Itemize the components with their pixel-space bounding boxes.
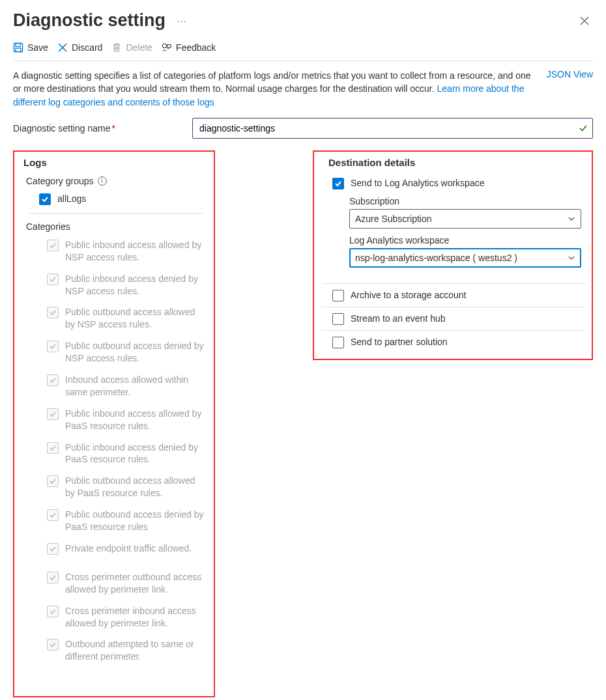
subscription-select[interactable]: Azure Subscription [349, 209, 581, 229]
category-checkbox[interactable] [47, 572, 59, 583]
alllogs-label: allLogs [57, 193, 86, 205]
category-label: Public inbound access allowed by NSP acc… [65, 239, 206, 264]
delete-icon [111, 42, 122, 53]
category-row: Public outbound access allowed by NSP ac… [17, 301, 211, 335]
discard-button[interactable]: Discard [57, 42, 102, 53]
category-label: Cross perimeter inbound access allowed b… [65, 605, 206, 630]
category-label: Public outbound access allowed by PaaS r… [65, 475, 206, 499]
required-star-icon: * [111, 123, 115, 133]
category-row: Inbound access allowed within same perim… [17, 369, 211, 403]
category-checkbox[interactable] [47, 240, 59, 251]
chevron-down-icon [568, 254, 575, 262]
category-row: Public inbound access denied by NSP acce… [17, 268, 211, 302]
info-icon[interactable]: i [98, 176, 107, 186]
destination-panel: Destination details Send to Log Analytic… [313, 150, 593, 360]
category-checkbox[interactable] [47, 374, 59, 386]
save-icon [13, 42, 23, 53]
category-checkbox[interactable] [47, 408, 59, 420]
category-checkbox[interactable] [47, 639, 59, 651]
category-label: Public outbound access denied by NSP acc… [65, 340, 206, 365]
page-title: Diagnostic setting [13, 10, 166, 31]
toolbar: Save Discard Delete Feedback [13, 37, 593, 61]
eventhub-label: Stream to an event hub [351, 313, 446, 324]
category-label: Public outbound access allowed by NSP ac… [65, 306, 206, 331]
partner-label: Send to partner solution [351, 337, 448, 347]
json-view-link[interactable]: JSON View [547, 69, 593, 79]
category-row: Cross perimeter outbound access allowed … [17, 567, 211, 600]
close-icon[interactable] [576, 14, 593, 28]
category-row: Public inbound access allowed by PaaS re… [17, 403, 211, 437]
category-checkbox[interactable] [47, 509, 59, 521]
category-checkbox[interactable] [47, 273, 59, 285]
feedback-button[interactable]: Feedback [162, 42, 216, 53]
category-row: Public outbound access denied by PaaS re… [17, 504, 211, 538]
destination-title: Destination details [322, 156, 586, 172]
law-label: Log Analytics workspace [349, 235, 581, 245]
category-row: Public outbound access denied by NSP acc… [17, 335, 211, 369]
svg-rect-2 [16, 48, 21, 52]
save-label: Save [27, 42, 48, 53]
delete-button: Delete [111, 42, 152, 53]
setting-name-label: Diagnostic setting name* [13, 123, 192, 133]
category-label: Private endpoint traffic allowed. [65, 542, 192, 555]
category-row: Private endpoint traffic allowed. [17, 538, 211, 567]
description-text: A diagnostic setting specifies a list of… [13, 69, 534, 109]
valid-check-icon [579, 124, 588, 133]
category-groups-label: Category groups i [17, 172, 211, 189]
discard-label: Discard [72, 42, 102, 53]
archive-checkbox[interactable] [332, 290, 344, 301]
law-value: nsp-log-analytics-workspace ( westus2 ) [355, 253, 517, 263]
chevron-down-icon [568, 215, 575, 223]
categories-label: Categories [17, 216, 211, 234]
ellipsis-icon[interactable]: ··· [177, 16, 187, 26]
category-label: Public inbound access denied by NSP acce… [65, 273, 206, 298]
feedback-label: Feedback [176, 42, 216, 53]
category-row: Outbound attempted to same or different … [17, 634, 211, 667]
logs-panel: Logs Category groups i allLogs Categorie… [13, 150, 215, 697]
alllogs-checkbox[interactable] [39, 193, 51, 205]
category-checkbox[interactable] [47, 442, 59, 454]
category-row: Public inbound access allowed by NSP acc… [17, 234, 211, 268]
category-checkbox[interactable] [47, 543, 59, 555]
archive-label: Archive to a storage account [351, 290, 466, 300]
save-button[interactable]: Save [13, 42, 48, 53]
category-checkbox[interactable] [47, 606, 59, 617]
send-law-checkbox[interactable] [332, 178, 344, 189]
logs-title: Logs [17, 156, 211, 172]
category-row: Public outbound access allowed by PaaS r… [17, 470, 211, 504]
category-checkbox[interactable] [47, 307, 59, 318]
category-label: Outbound attempted to same or different … [65, 638, 206, 663]
category-label: Public inbound access denied by PaaS res… [65, 441, 206, 466]
category-checkbox[interactable] [47, 341, 59, 352]
setting-name-input[interactable] [192, 118, 593, 139]
svg-rect-1 [16, 44, 20, 47]
law-select[interactable]: nsp-log-analytics-workspace ( westus2 ) [349, 248, 581, 268]
category-row: Cross perimeter inbound access allowed b… [17, 600, 211, 634]
partner-checkbox[interactable] [332, 337, 344, 348]
eventhub-checkbox[interactable] [332, 313, 344, 325]
category-checkbox[interactable] [47, 475, 59, 487]
divider [29, 213, 203, 214]
subscription-label: Subscription [349, 196, 581, 206]
feedback-icon [162, 42, 172, 53]
delete-label: Delete [126, 42, 152, 53]
discard-icon [57, 42, 68, 53]
send-law-label: Send to Log Analytics workspace [351, 178, 484, 188]
category-label: Inbound access allowed within same perim… [65, 374, 206, 399]
svg-point-3 [162, 44, 166, 48]
category-row: Public inbound access denied by PaaS res… [17, 437, 211, 471]
category-label: Cross perimeter outbound access allowed … [65, 571, 206, 596]
category-label: Public inbound access allowed by PaaS re… [65, 408, 206, 432]
category-label: Public outbound access denied by PaaS re… [65, 509, 206, 533]
subscription-value: Azure Subscription [355, 214, 432, 224]
